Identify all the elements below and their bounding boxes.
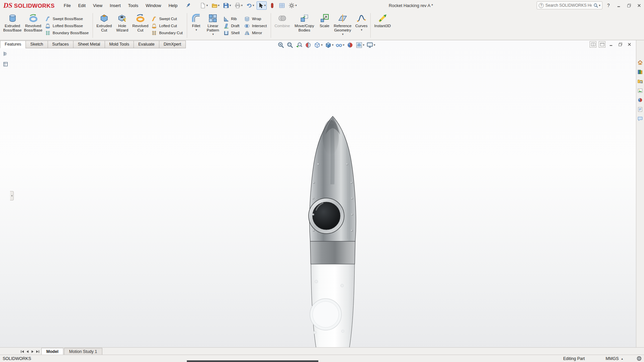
ribbon-button-swept-boss[interactable]: Swept Boss/Base xyxy=(45,16,89,22)
menu-help[interactable]: Help xyxy=(165,1,181,10)
select-button[interactable]: ▾ xyxy=(257,1,267,10)
chevron-down-icon[interactable]: ▾ xyxy=(212,33,214,36)
ribbon-button-wrap[interactable]: Wrap xyxy=(244,16,267,22)
next-tab-button[interactable] xyxy=(30,349,35,354)
tab-motion-study-1[interactable]: Motion Study 1 xyxy=(64,348,102,355)
previous-view-button[interactable] xyxy=(295,41,303,49)
minimize-button[interactable] xyxy=(614,0,624,11)
menu-tools[interactable]: Tools xyxy=(124,1,142,10)
menu-window[interactable]: Window xyxy=(142,1,165,10)
menu-edit[interactable]: Edit xyxy=(74,1,89,10)
selection-filter-button[interactable] xyxy=(268,1,276,10)
section-view-button[interactable] xyxy=(304,41,312,49)
minimize-icon xyxy=(616,3,622,8)
print-button[interactable]: ▾ xyxy=(233,1,244,10)
ribbon-button-rib[interactable]: Rib xyxy=(223,16,240,22)
search-box[interactable]: ? ▾ xyxy=(537,1,602,9)
save-button[interactable]: ▾ xyxy=(222,1,232,10)
ribbon-button-boundary-boss[interactable]: Boundary Boss/Base xyxy=(45,30,89,36)
unit-system-selector[interactable]: MMGS ▴ xyxy=(606,356,623,361)
undo-button[interactable]: ▾ xyxy=(245,1,255,10)
ribbon-button-intersect[interactable]: Intersect xyxy=(244,23,267,29)
display-style-icon xyxy=(325,42,332,49)
file-properties-button[interactable] xyxy=(278,1,286,10)
hide-show-items-button[interactable]: ▾ xyxy=(335,41,345,49)
doc-minimize-button[interactable] xyxy=(608,41,614,48)
chevron-down-icon[interactable]: ▾ xyxy=(361,28,363,32)
forum-button[interactable] xyxy=(637,116,643,122)
design-library-button[interactable] xyxy=(637,69,643,75)
ribbon-button-scale[interactable]: Scale xyxy=(317,12,332,40)
boundary-cut-icon xyxy=(151,30,157,36)
ribbon-button-extruded-boss[interactable]: Extruded Boss/Base xyxy=(2,12,23,40)
ribbon-button-revolved-cut[interactable]: Revolved Cut xyxy=(130,12,150,40)
display-pane-button[interactable] xyxy=(3,61,8,68)
ribbon-button-draft[interactable]: Draft xyxy=(223,23,240,29)
ribbon-button-lofted-cut[interactable]: Lofted Cut xyxy=(151,23,182,29)
doc-restore-button[interactable] xyxy=(617,41,624,48)
tab-evaluate[interactable]: Evaluate xyxy=(133,41,159,48)
panel-splitter-handle[interactable] xyxy=(10,191,14,200)
view-palette-button[interactable] xyxy=(637,88,643,94)
pane-view-button[interactable] xyxy=(599,41,605,48)
home-button[interactable] xyxy=(637,60,643,65)
first-tab-button[interactable] xyxy=(20,349,25,354)
chevron-down-icon[interactable]: ▾ xyxy=(342,33,344,36)
chevron-down-icon[interactable]: ▾ xyxy=(196,28,197,32)
ribbon-button-linear-pattern[interactable]: Linear Pattern ▾ xyxy=(204,12,222,40)
tab-mold-tools[interactable]: Mold Tools xyxy=(105,41,134,48)
ribbon-button-boundary-cut[interactable]: Boundary Cut xyxy=(151,30,182,36)
ribbon-button-extruded-cut[interactable]: Extruded Cut xyxy=(94,12,114,40)
ribbon-button-fillet[interactable]: Fillet ▾ xyxy=(189,12,204,40)
configuration-tab-bar: Model Motion Study 1 xyxy=(0,347,644,355)
menu-pin-button[interactable] xyxy=(185,2,191,8)
ribbon-button-hole-wizard[interactable]: Hole Wizard xyxy=(114,12,130,40)
appearances-button[interactable] xyxy=(637,97,643,103)
menu-file[interactable]: File xyxy=(60,1,74,10)
menu-view[interactable]: View xyxy=(89,1,106,10)
tab-features[interactable]: Features xyxy=(0,41,26,48)
ribbon-button-lofted-boss[interactable]: Lofted Boss/Base xyxy=(45,23,89,29)
ribbon-button-instant3d[interactable]: Instant3D xyxy=(372,12,393,40)
web-help-button[interactable] xyxy=(636,356,642,361)
doc-close-button[interactable] xyxy=(626,41,633,48)
custom-properties-button[interactable] xyxy=(637,107,643,112)
ribbon-button-reference-geometry[interactable]: Reference Geometry ▾ xyxy=(332,12,353,40)
edit-appearance-button[interactable] xyxy=(346,41,354,49)
ribbon-button-curves[interactable]: Curves ▾ xyxy=(353,12,370,40)
graphics-area[interactable] xyxy=(0,40,636,347)
tab-sheet-metal[interactable]: Sheet Metal xyxy=(73,41,105,48)
tab-surfaces[interactable]: Surfaces xyxy=(48,41,73,48)
help-button[interactable]: ? xyxy=(605,2,612,9)
split-view-icon xyxy=(591,42,596,47)
display-style-button[interactable]: ▾ xyxy=(324,41,334,49)
last-tab-button[interactable] xyxy=(35,349,40,354)
close-button[interactable] xyxy=(634,0,644,11)
document-window-controls xyxy=(590,41,633,48)
view-settings-button[interactable]: ▾ xyxy=(366,41,376,49)
ribbon-button-swept-cut[interactable]: Swept Cut xyxy=(151,16,182,22)
options-button[interactable]: ▾ xyxy=(287,1,298,10)
ribbon-button-revolved-boss[interactable]: Revolved Boss/Base xyxy=(23,12,44,40)
feature-tree-flyout-button[interactable] xyxy=(3,51,8,58)
rocket-model[interactable] xyxy=(301,114,365,347)
file-explorer-button[interactable] xyxy=(637,78,643,84)
ribbon-button-move-copy-bodies[interactable]: Move/Copy Bodies xyxy=(292,12,317,40)
ribbon-button-mirror[interactable]: Mirror xyxy=(244,30,267,36)
maximize-button[interactable] xyxy=(624,0,634,11)
view-orientation-button[interactable]: ▾ xyxy=(313,41,323,49)
ribbon-button-shell[interactable]: Shell xyxy=(223,30,240,36)
split-view-button[interactable] xyxy=(590,41,596,48)
tab-dimxpert[interactable]: DimXpert xyxy=(159,41,186,48)
zoom-fit-button[interactable] xyxy=(277,41,285,49)
zoom-area-button[interactable] xyxy=(286,41,294,49)
search-scope-chevron[interactable]: ▾ xyxy=(599,4,600,7)
new-document-button[interactable]: ▾ xyxy=(199,1,209,10)
tab-sketch[interactable]: Sketch xyxy=(25,41,48,48)
search-input[interactable] xyxy=(544,3,593,8)
open-button[interactable]: ▾ xyxy=(210,1,221,10)
menu-insert[interactable]: Insert xyxy=(106,1,124,10)
tab-model[interactable]: Model xyxy=(41,348,63,355)
previous-tab-button[interactable] xyxy=(25,349,30,354)
apply-scene-button[interactable]: ▾ xyxy=(355,41,365,49)
